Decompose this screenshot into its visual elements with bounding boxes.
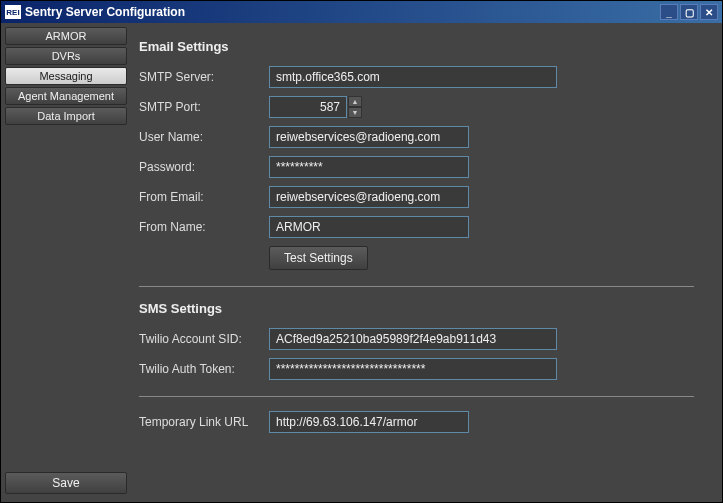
temp-link-input[interactable]: [269, 411, 469, 433]
temp-link-label: Temporary Link URL: [139, 415, 269, 429]
divider: [139, 396, 694, 397]
twilio-sid-input[interactable]: [269, 328, 557, 350]
minimize-button[interactable]: _: [660, 4, 678, 20]
from-email-label: From Email:: [139, 190, 269, 204]
divider: [139, 286, 694, 287]
sidebar: ARMOR DVRs Messaging Agent Management Da…: [1, 23, 131, 502]
save-button[interactable]: Save: [5, 472, 127, 494]
test-settings-button[interactable]: Test Settings: [269, 246, 368, 270]
from-name-input[interactable]: [269, 216, 469, 238]
sidebar-item-armor[interactable]: ARMOR: [5, 27, 127, 45]
maximize-button[interactable]: ▢: [680, 4, 698, 20]
email-settings-title: Email Settings: [139, 39, 694, 54]
password-label: Password:: [139, 160, 269, 174]
smtp-server-input[interactable]: [269, 66, 557, 88]
smtp-server-label: SMTP Server:: [139, 70, 269, 84]
sidebar-item-agent-management[interactable]: Agent Management: [5, 87, 127, 105]
sms-settings-title: SMS Settings: [139, 301, 694, 316]
sidebar-item-data-import[interactable]: Data Import: [5, 107, 127, 125]
main-panel: Email Settings SMTP Server: SMTP Port: ▲…: [131, 23, 722, 502]
sidebar-item-messaging[interactable]: Messaging: [5, 67, 127, 85]
sidebar-item-dvrs[interactable]: DVRs: [5, 47, 127, 65]
smtp-port-input[interactable]: [269, 96, 347, 118]
from-email-input[interactable]: [269, 186, 469, 208]
titlebar: REI Sentry Server Configuration _ ▢ ✕: [1, 1, 722, 23]
smtp-port-spinner: ▲ ▼: [348, 96, 362, 118]
from-name-label: From Name:: [139, 220, 269, 234]
username-input[interactable]: [269, 126, 469, 148]
twilio-token-input[interactable]: [269, 358, 557, 380]
spinner-down-icon[interactable]: ▼: [348, 107, 362, 118]
smtp-port-label: SMTP Port:: [139, 100, 269, 114]
password-input[interactable]: [269, 156, 469, 178]
window-title: Sentry Server Configuration: [25, 5, 658, 19]
twilio-token-label: Twilio Auth Token:: [139, 362, 269, 376]
close-button[interactable]: ✕: [700, 4, 718, 20]
username-label: User Name:: [139, 130, 269, 144]
app-logo: REI: [5, 5, 21, 19]
spinner-up-icon[interactable]: ▲: [348, 96, 362, 107]
twilio-sid-label: Twilio Account SID:: [139, 332, 269, 346]
